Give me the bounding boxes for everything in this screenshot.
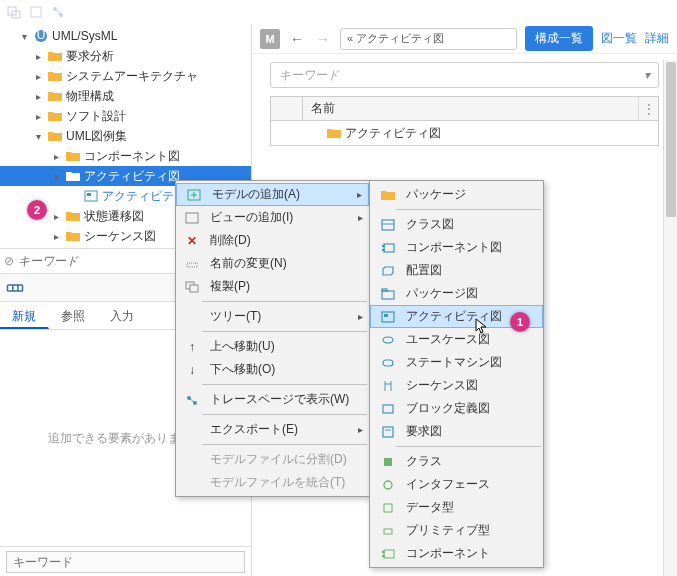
- clear-icon[interactable]: ⊘: [4, 254, 14, 268]
- tree-item-label: 状態遷移図: [84, 208, 144, 225]
- tree-item[interactable]: ▸要求分析: [0, 46, 251, 66]
- svg-rect-46: [382, 551, 385, 553]
- submenu-deployment-diag[interactable]: 配置図: [370, 259, 543, 282]
- tree-root-label: UML/SysML: [52, 29, 117, 43]
- tree-item[interactable]: ▸ソフト設計: [0, 106, 251, 126]
- menu-label: ビューの追加(I): [210, 209, 293, 226]
- menu-tree[interactable]: ツリー(T)▸: [176, 305, 369, 328]
- svg-rect-27: [382, 245, 385, 247]
- model-badge: M: [260, 29, 280, 49]
- tree-item-label: コンポーネント図: [84, 148, 180, 165]
- col-menu-icon[interactable]: ⋮: [638, 97, 658, 120]
- menu-trace[interactable]: トレースページで表示(W): [176, 388, 369, 411]
- submenu-package-diag[interactable]: パッケージ図: [370, 282, 543, 305]
- submenu-sequence-diag[interactable]: シーケンス図: [370, 374, 543, 397]
- dropdown-icon[interactable]: ▾: [644, 68, 650, 82]
- menu-delete[interactable]: ✕削除(D): [176, 229, 369, 252]
- submenu-component[interactable]: コンポーネント: [370, 542, 543, 565]
- menu-label: モデルファイルを統合(T): [210, 474, 345, 491]
- svg-rect-44: [384, 529, 392, 534]
- submenu-requirement-diag[interactable]: 要求図: [370, 420, 543, 443]
- right-search-input[interactable]: キーワード ▾: [270, 62, 659, 88]
- tree-item-label: シーケンス図: [84, 228, 156, 245]
- submenu-primitive[interactable]: プリミティブ型: [370, 519, 543, 542]
- svg-rect-26: [384, 244, 394, 252]
- tree-item-label: UML図例集: [66, 128, 127, 145]
- svg-rect-24: [382, 220, 394, 230]
- svg-rect-20: [190, 285, 198, 292]
- svg-rect-13: [19, 285, 22, 290]
- submenu-package[interactable]: パッケージ: [370, 183, 543, 206]
- menu-label: モデルファイルに分割(D): [210, 451, 347, 468]
- submenu-datatype[interactable]: データ型: [370, 496, 543, 519]
- config-list-button[interactable]: 構成一覧: [525, 26, 593, 51]
- menu-move-down[interactable]: ↓下へ移動(O): [176, 358, 369, 381]
- menu-move-up[interactable]: ↑上へ移動(U): [176, 335, 369, 358]
- menu-add-view[interactable]: ビューの追加(I)▸: [176, 206, 369, 229]
- menu-duplicate[interactable]: 複製(P): [176, 275, 369, 298]
- menu-label: 上へ移動(U): [210, 338, 275, 355]
- submenu-block-diag[interactable]: ブロック定義図: [370, 397, 543, 420]
- marker-2: 2: [27, 200, 47, 220]
- breadcrumb[interactable]: « アクティビティ図: [340, 28, 517, 50]
- diagram-list-link[interactable]: 図一覧: [601, 30, 637, 47]
- col-name[interactable]: 名前: [303, 100, 638, 117]
- menu-label: 下へ移動(O): [210, 361, 275, 378]
- nav-forward[interactable]: →: [314, 30, 332, 48]
- tree-uml-examples[interactable]: ▾UML図例集: [0, 126, 251, 146]
- svg-rect-47: [382, 555, 385, 557]
- tree-item-label: システムアーキテクチャ: [66, 68, 198, 85]
- menu-export[interactable]: エクスポート(E)▸: [176, 418, 369, 441]
- detail-link[interactable]: 詳細: [645, 30, 669, 47]
- menu-label: モデルの追加(A): [212, 186, 300, 203]
- svg-rect-38: [383, 405, 393, 413]
- svg-rect-28: [382, 249, 385, 251]
- svg-rect-30: [382, 289, 387, 291]
- submenu-component-diag[interactable]: コンポーネント図: [370, 236, 543, 259]
- toolbar-icon-2[interactable]: [28, 4, 44, 20]
- svg-rect-45: [384, 550, 394, 558]
- menu-rename[interactable]: 名前の変更(N): [176, 252, 369, 275]
- menu-label: 配置図: [406, 262, 442, 279]
- content-table: 名前 ⋮ アクティビティ図: [270, 96, 659, 146]
- table-row[interactable]: アクティビティ図: [271, 121, 658, 145]
- tab-input[interactable]: 入力: [98, 302, 147, 329]
- right-toolbar: M ← → « アクティビティ図 構成一覧 図一覧 詳細: [252, 24, 677, 54]
- menu-add-model[interactable]: モデルの追加(A)▸: [176, 183, 369, 206]
- tree-item[interactable]: ▸物理構成: [0, 86, 251, 106]
- menu-label: プリミティブ型: [406, 522, 490, 539]
- tree-component[interactable]: ▸コンポーネント図: [0, 146, 251, 166]
- menu-label: 要求図: [406, 423, 442, 440]
- tree-root[interactable]: ▾UUML/SysML: [0, 26, 251, 46]
- menu-label: コンポーネント: [406, 545, 490, 562]
- tree-item[interactable]: ▸システムアーキテクチャ: [0, 66, 251, 86]
- svg-line-23: [189, 398, 195, 403]
- submenu-class[interactable]: クラス: [370, 450, 543, 473]
- svg-rect-34: [383, 360, 393, 366]
- svg-rect-18: [187, 263, 197, 267]
- menu-label: 名前の変更(N): [210, 255, 287, 272]
- menu-label: エクスポート(E): [210, 421, 298, 438]
- svg-rect-11: [8, 285, 12, 290]
- svg-point-42: [384, 481, 392, 489]
- nav-back[interactable]: ←: [288, 30, 306, 48]
- vertical-scrollbar[interactable]: [663, 60, 677, 576]
- bottom-keyword-bar: [0, 546, 251, 576]
- svg-line-5: [55, 9, 61, 15]
- submenu-statemachine-diag[interactable]: ステートマシン図: [370, 351, 543, 374]
- svg-point-33: [383, 337, 393, 343]
- svg-rect-39: [383, 427, 393, 437]
- menu-merge: モデルファイルを統合(T): [176, 471, 369, 494]
- tab-new[interactable]: 新規: [0, 302, 49, 329]
- tree-item-label: 要求分析: [66, 48, 114, 65]
- right-search: キーワード ▾: [252, 54, 677, 96]
- toolbar-icon-3[interactable]: [50, 4, 66, 20]
- submenu-class-diag[interactable]: クラス図: [370, 213, 543, 236]
- tab-ref[interactable]: 参照: [49, 302, 98, 329]
- table-header: 名前 ⋮: [271, 97, 658, 121]
- bottom-keyword-input[interactable]: [6, 551, 245, 573]
- menu-label: 削除(D): [210, 232, 251, 249]
- toolbar-icon-1[interactable]: [6, 4, 22, 20]
- menu-label: パッケージ図: [406, 285, 478, 302]
- submenu-interface[interactable]: インタフェース: [370, 473, 543, 496]
